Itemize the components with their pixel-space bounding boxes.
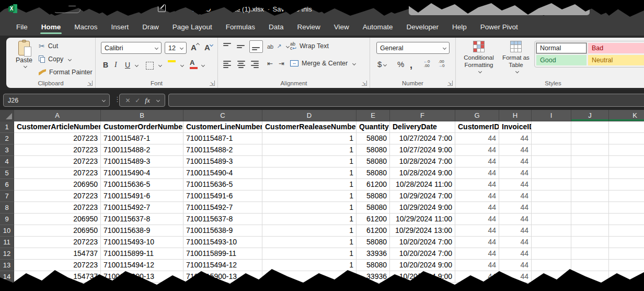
cut-button[interactable]: ✂ Cut: [39, 41, 58, 51]
cell-I8[interactable]: [532, 202, 571, 214]
cell-E12[interactable]: 33936: [356, 248, 390, 260]
name-box[interactable]: J26: [3, 94, 110, 107]
cell-B12[interactable]: 7100115899-11: [101, 248, 183, 260]
cell-D3[interactable]: 1: [262, 144, 356, 156]
row-header-13[interactable]: 13: [0, 260, 14, 271]
column-header-J[interactable]: J: [571, 110, 609, 121]
currency-button[interactable]: $: [377, 60, 386, 69]
increase-decimal-button[interactable]: ←0.00: [423, 60, 430, 68]
cell-B2[interactable]: 7100115487-1: [101, 133, 183, 144]
cell-A2[interactable]: 207223: [14, 133, 101, 144]
cell-C2[interactable]: 7100115487-1: [183, 133, 262, 144]
select-all-corner[interactable]: [0, 110, 14, 121]
underline-button[interactable]: U: [125, 61, 130, 69]
cell-H10[interactable]: 44: [499, 225, 532, 237]
cell-H6[interactable]: 44: [499, 179, 532, 191]
tab-macros[interactable]: Macros: [67, 20, 104, 36]
cell-J3[interactable]: [571, 144, 609, 156]
align-center-button[interactable]: [237, 61, 245, 68]
cell-E7[interactable]: 58080: [356, 191, 390, 202]
cell-B14[interactable]: 7100115900-13: [101, 271, 183, 283]
cell-K5[interactable]: [609, 167, 644, 179]
increase-indent-button[interactable]: ⇥: [279, 60, 284, 68]
cell-D12[interactable]: 1: [262, 248, 356, 260]
tab-developer[interactable]: Developer: [400, 20, 446, 36]
align-left-button[interactable]: [223, 61, 232, 68]
cell-A11[interactable]: 207223: [14, 237, 101, 248]
cell-E11[interactable]: 58080: [356, 237, 390, 248]
decrease-decimal-button[interactable]: .00→0: [438, 60, 444, 68]
column-header-C[interactable]: C: [183, 110, 262, 121]
style-normal[interactable]: Normal: [536, 43, 586, 53]
cell-H12[interactable]: 44: [499, 248, 532, 260]
cell-E14[interactable]: 33936: [356, 271, 390, 283]
bold-button[interactable]: B: [103, 61, 108, 69]
cell-J13[interactable]: [571, 260, 609, 271]
cell-H3[interactable]: 44: [499, 144, 532, 156]
row-header-5[interactable]: 5: [0, 167, 14, 179]
cell-J7[interactable]: [571, 191, 609, 202]
cell-B7[interactable]: 7100115491-6: [101, 191, 183, 202]
cell-I1[interactable]: [532, 121, 571, 133]
cell-B6[interactable]: 7100115636-5: [101, 179, 183, 191]
cell-G13[interactable]: 44: [455, 260, 499, 271]
cell-A8[interactable]: 207223: [14, 202, 101, 214]
tab-view[interactable]: View: [327, 20, 356, 36]
cell-F13[interactable]: 10/20/2024 9:00: [390, 260, 455, 271]
cell-I7[interactable]: [532, 191, 571, 202]
cell-D11[interactable]: 1: [262, 237, 356, 248]
cell-H5[interactable]: 44: [499, 167, 532, 179]
cell-D14[interactable]: 1: [262, 271, 356, 283]
cell-G9[interactable]: 44: [455, 214, 499, 225]
cell-A14[interactable]: 154737: [14, 271, 101, 283]
cell-K11[interactable]: [609, 237, 644, 248]
row-header-7[interactable]: 7: [0, 191, 14, 202]
cell-J2[interactable]: [571, 133, 609, 144]
cell-K8[interactable]: [609, 202, 644, 214]
font-size-combobox[interactable]: 12: [165, 42, 187, 54]
cell-C9[interactable]: 7100115637-8: [183, 214, 262, 225]
formula-input[interactable]: [168, 94, 644, 107]
cell-J12[interactable]: [571, 248, 609, 260]
cell-I3[interactable]: [532, 144, 571, 156]
row-header-8[interactable]: 8: [0, 202, 14, 214]
italic-button[interactable]: I: [114, 61, 117, 69]
column-header-A[interactable]: A: [14, 110, 101, 121]
cell-A3[interactable]: 207223: [14, 144, 101, 156]
cell-F5[interactable]: 10/28/2024 9:00: [390, 167, 455, 179]
cell-F2[interactable]: 10/27/2024 7:00: [390, 133, 455, 144]
cell-D5[interactable]: 1: [262, 167, 356, 179]
decrease-indent-button[interactable]: ⇤: [267, 60, 273, 68]
middle-align-button[interactable]: [237, 43, 245, 50]
cell-C3[interactable]: 7100115488-2: [183, 144, 262, 156]
cell-B5[interactable]: 7100115490-4: [101, 167, 183, 179]
cell-A12[interactable]: 154737: [14, 248, 101, 260]
column-header-E[interactable]: E: [356, 110, 390, 121]
tab-file[interactable]: File: [9, 20, 34, 36]
percent-button[interactable]: %: [397, 60, 404, 69]
cell-H14[interactable]: 44: [499, 271, 532, 283]
cell-B13[interactable]: 7100115494-12: [101, 260, 183, 271]
cell-F11[interactable]: 10/20/2024 7:00: [390, 237, 455, 248]
cell-C10[interactable]: 7100115638-9: [183, 225, 262, 237]
cell-E1[interactable]: Quantity: [356, 121, 390, 133]
cell-F1[interactable]: DeliveryDate: [390, 121, 455, 133]
copy-button[interactable]: Copy: [39, 54, 71, 64]
column-header-B[interactable]: B: [101, 110, 183, 121]
cell-G14[interactable]: 44: [455, 271, 499, 283]
cell-G3[interactable]: 44: [455, 144, 499, 156]
fill-color-chevron-icon[interactable]: [180, 63, 184, 67]
cell-I4[interactable]: [532, 156, 571, 167]
cell-G7[interactable]: 44: [455, 191, 499, 202]
align-right-button[interactable]: [250, 61, 259, 68]
cell-K13[interactable]: [609, 260, 644, 271]
cell-B10[interactable]: 7100115638-9: [101, 225, 183, 237]
format-painter-button[interactable]: Format Painter: [39, 67, 93, 77]
cell-K14[interactable]: [609, 271, 644, 283]
merge-center-button[interactable]: ↔ Merge & Center: [290, 60, 355, 67]
column-header-K[interactable]: K: [609, 110, 644, 121]
tab-review[interactable]: Review: [290, 20, 327, 36]
cell-G11[interactable]: 44: [455, 237, 499, 248]
cell-C12[interactable]: 7100115899-11: [183, 248, 262, 260]
row-header-2[interactable]: 2: [0, 133, 14, 144]
